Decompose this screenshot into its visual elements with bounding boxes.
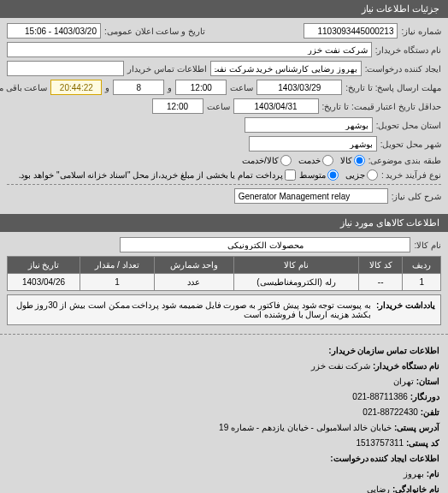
process-partial-radio[interactable]: جزیی — [345, 169, 378, 181]
validity-label: حداقل تاریخ اعتبار قیمت: تا تاریخ: — [322, 102, 441, 111]
contact-org-label: نام دستگاه خریدار: — [373, 361, 439, 371]
col-name: نام کالا — [234, 257, 359, 274]
budget-goods-radio[interactable]: کالا — [340, 155, 365, 166]
contact-address: خیابان خالد اسلامبولی - خیابان یازدهم - … — [219, 423, 392, 432]
contact-section: اطلاعات تماس سازمان خریدار: نام دستگاه خ… — [0, 338, 448, 493]
process-note-checkbox[interactable]: پرداخت تمام یا بخشی از مبلغ خرید،از محل … — [19, 169, 296, 181]
contact-lname-label: نام خانوادگی: — [392, 484, 439, 493]
item-name-label: نام کالا: — [414, 241, 441, 250]
delivery-province-field[interactable] — [245, 117, 373, 133]
time-remaining-label: ساعت باقی مانده — [0, 83, 47, 92]
contact-org: شرکت نفت خزر — [311, 361, 371, 371]
buyer-org-label: نام دستگاه خریدار: — [375, 45, 441, 55]
contact-name-label: نام: — [427, 469, 439, 478]
divider — [7, 184, 441, 185]
buyer-note-text: به پیوست توجه شود پیش فاکتور به صورت فای… — [13, 300, 371, 319]
creator-section-label: اطلاعات ایجاد کننده درخواست: — [9, 451, 439, 466]
request-number-field[interactable] — [304, 23, 398, 39]
cell-qty: 1 — [80, 274, 155, 291]
contact-province-label: استان: — [416, 377, 439, 386]
buyer-note-box: یادداشت خریدار: به پیوست توجه شود پیش فا… — [7, 294, 441, 325]
request-number-label: شماره نیاز: — [401, 27, 441, 36]
deadline-label: مهلت ارسال پاسخ: تا تاریخ: — [345, 83, 441, 92]
datetime-label: تاریخ و ساعت اعلان عمومی: — [104, 27, 205, 36]
items-section-title: اطلاعات کالاهای مورد نیاز — [0, 214, 448, 232]
datetime-field[interactable] — [7, 23, 101, 39]
time-remaining-field — [50, 80, 102, 95]
buyer-org-field[interactable] — [7, 42, 372, 57]
cell-unit: عدد — [154, 274, 233, 291]
table-row[interactable]: 1 -- رله (الکترومغناطیسی) عدد 1 1403/04/… — [8, 274, 441, 291]
validity-time-field[interactable] — [152, 98, 203, 114]
budget-both-label: کالا/خدمت — [242, 156, 279, 165]
contact-postal: 1513757311 — [356, 438, 404, 448]
col-code: کد کالا — [358, 257, 402, 274]
general-desc-label: شرح کلی نیاز: — [392, 192, 441, 201]
cell-code: -- — [358, 274, 402, 291]
item-name-field[interactable] — [120, 237, 410, 252]
contact-phone-label: تلفن: — [421, 407, 439, 417]
budget-service-input[interactable] — [322, 155, 333, 166]
col-qty: تعداد / مقدار — [80, 257, 155, 274]
validity-date-field[interactable] — [233, 98, 319, 114]
budget-both-radio[interactable]: کالا/خدمت — [242, 155, 292, 166]
and-label-2: و — [105, 83, 109, 92]
items-table: ردیف کد کالا نام کالا واحد شمارش تعداد /… — [7, 256, 441, 291]
process-medium-input[interactable] — [327, 169, 339, 181]
budget-service-radio[interactable]: خدمت — [298, 155, 333, 166]
creator-field[interactable] — [210, 61, 362, 76]
cell-date: 1403/04/26 — [8, 274, 80, 291]
general-desc-field[interactable] — [234, 188, 388, 204]
delivery-province-label: استان محل تحویل: — [376, 121, 441, 130]
col-unit: واحد شمارش — [154, 257, 233, 274]
budget-class-group: کالا خدمت کالا/خدمت — [242, 155, 365, 166]
contact-fax: 88711386-021 — [352, 392, 408, 401]
process-partial-input[interactable] — [367, 169, 378, 181]
time-label-1: ساعت — [230, 83, 253, 92]
col-row: ردیف — [403, 257, 441, 274]
budget-service-label: خدمت — [298, 156, 321, 165]
col-date: تاریخ نیاز — [8, 257, 80, 274]
budget-goods-input[interactable] — [354, 155, 365, 166]
cell-name: رله (الکترومغناطیسی) — [234, 274, 359, 291]
contact-address-label: آدرس پستی: — [394, 423, 439, 432]
process-note-label: پرداخت تمام یا بخشی از مبلغ خرید،از محل … — [19, 170, 283, 180]
contact-phone: 88722430-021 — [363, 407, 418, 417]
budget-goods-label: کالا — [340, 156, 352, 165]
and-label: و — [168, 83, 172, 92]
deadline-date-field[interactable] — [256, 80, 342, 95]
contact-name: بهروز — [404, 469, 424, 478]
buyer-contact-field[interactable] — [7, 61, 124, 76]
contact-lname: رضایی — [367, 484, 390, 493]
divider-2 — [0, 334, 448, 335]
contact-province: تهران — [393, 377, 414, 386]
contact-postal-label: کد پستی: — [406, 438, 439, 448]
buyer-note-label: یادداشت خریدار: — [376, 300, 435, 319]
creator-label: ایجاد کننده درخواست: — [365, 64, 441, 74]
cell-row: 1 — [403, 274, 441, 291]
delivery-city-field[interactable] — [249, 136, 377, 151]
delivery-city-label: شهر محل تحویل: — [380, 140, 441, 149]
buyer-contact-label: اطلاعات تماس خریدار — [127, 64, 207, 74]
contact-title: اطلاعات تماس سازمان خریدار: — [9, 343, 439, 359]
process-type-label: نوع فرآیند خرید : — [381, 170, 441, 180]
days-remaining-field[interactable] — [113, 80, 164, 95]
process-note-input[interactable] — [285, 169, 296, 181]
budget-class-label: طبقه بندی موضوعی: — [368, 156, 441, 165]
budget-both-input[interactable] — [280, 155, 292, 166]
table-header-row: ردیف کد کالا نام کالا واحد شمارش تعداد /… — [8, 257, 441, 274]
process-type-group: جزیی متوسط — [299, 169, 378, 181]
time-label-2: ساعت — [207, 102, 230, 111]
process-medium-label: متوسط — [299, 170, 326, 180]
process-partial-label: جزیی — [345, 170, 365, 180]
deadline-time-field[interactable] — [175, 80, 227, 95]
page-title: جزئیات اطلاعات نیاز — [0, 0, 448, 18]
contact-fax-label: دورنگار: — [410, 392, 439, 401]
process-medium-radio[interactable]: متوسط — [299, 169, 339, 181]
